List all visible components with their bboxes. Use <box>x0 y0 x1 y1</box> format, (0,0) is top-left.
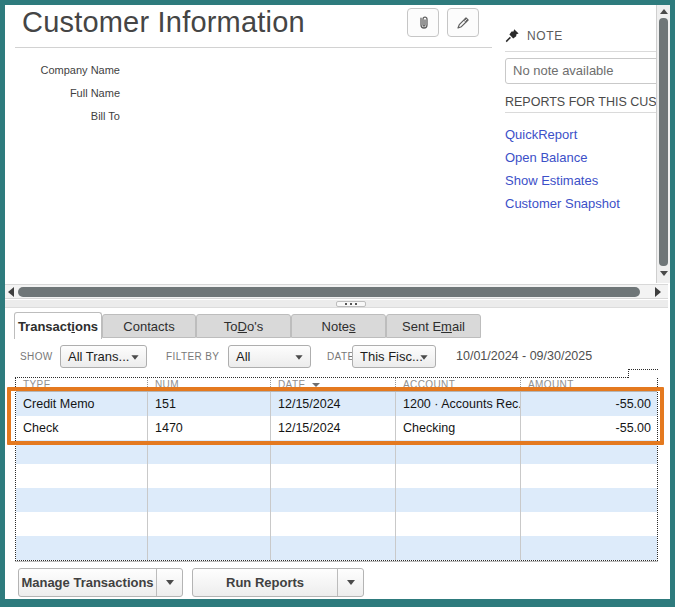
window-border-bottom <box>0 599 675 607</box>
filter-by-dropdown[interactable]: All <box>228 345 311 368</box>
vertical-scrollbar[interactable] <box>656 5 670 283</box>
vertical-scrollbar-thumb[interactable] <box>659 18 668 266</box>
horizontal-scrollbar-thumb[interactable] <box>18 287 640 297</box>
date-dropdown[interactable]: This Fisc... <box>352 345 436 368</box>
date-range-text: 10/01/2024 - 09/30/2025 <box>456 349 592 363</box>
show-label: SHOW <box>20 351 53 362</box>
chevron-down-icon <box>131 355 138 360</box>
tab-contacts[interactable]: Contacts <box>102 314 196 338</box>
cell-account: 1200 · Accounts Rec... <box>395 392 520 416</box>
reports-heading: REPORTS FOR THIS CUSTO <box>505 95 657 109</box>
table-row[interactable]: Check 1470 12/15/2024 Checking -55.00 <box>16 416 657 440</box>
sort-desc-icon <box>312 383 320 387</box>
cell-date: 12/15/2024 <box>270 416 395 440</box>
table-row-empty <box>16 512 657 536</box>
filter-by-label: FILTER BY <box>166 351 219 362</box>
reports-divider <box>505 112 657 113</box>
date-label: DATE <box>327 351 355 362</box>
show-dropdown[interactable]: All Trans... <box>60 345 147 368</box>
column-header-account[interactable]: ACCOUNT <box>395 378 520 391</box>
table-row-empty <box>16 440 657 464</box>
title-divider <box>15 47 492 48</box>
cell-amount: -55.00 <box>520 416 657 440</box>
quickreport-link[interactable]: QuickReport <box>505 127 577 142</box>
splitter-grip[interactable] <box>336 301 366 307</box>
note-section-heading: NOTE <box>505 28 563 43</box>
note-field[interactable]: No note available <box>505 58 659 84</box>
transactions-table: TYPE NUM DATE ACCOUNT AMOUNT Credit Memo… <box>15 377 658 561</box>
show-estimates-link[interactable]: Show Estimates <box>505 173 598 188</box>
horizontal-scrollbar[interactable] <box>5 284 668 299</box>
cell-num: 151 <box>147 392 270 416</box>
window-border-right <box>670 0 675 607</box>
scroll-up-icon[interactable] <box>660 9 668 14</box>
panel-splitter <box>5 300 668 308</box>
scroll-down-icon[interactable] <box>660 271 668 276</box>
scroll-left-icon[interactable] <box>8 287 14 297</box>
page-title: Customer Information <box>22 6 305 39</box>
pushpin-icon <box>505 28 520 43</box>
cell-account: Checking <box>395 416 520 440</box>
cell-date: 12/15/2024 <box>270 392 395 416</box>
company-name-label: Company Name <box>10 64 120 76</box>
table-bottom-line <box>15 561 658 562</box>
tab-transactions[interactable]: Transactions <box>14 312 102 339</box>
window-border-left <box>0 0 5 607</box>
customer-snapshot-link[interactable]: Customer Snapshot <box>505 196 620 211</box>
table-corner <box>628 369 658 378</box>
table-row-empty <box>16 464 657 488</box>
run-reports-button[interactable]: Run Reports <box>192 568 364 597</box>
manage-transactions-menu-arrow[interactable] <box>156 569 182 596</box>
window-border-top <box>0 0 675 5</box>
cell-num: 1470 <box>147 416 270 440</box>
cell-amount: -55.00 <box>520 392 657 416</box>
run-reports-menu-arrow[interactable] <box>337 569 363 596</box>
scroll-right-icon[interactable] <box>655 287 661 297</box>
pencil-icon <box>455 15 471 31</box>
attach-file-button[interactable] <box>407 8 439 37</box>
paperclip-icon <box>415 15 431 31</box>
column-header-amount[interactable]: AMOUNT <box>520 378 657 391</box>
tab-sent-email[interactable]: Sent Email <box>386 314 481 338</box>
column-header-type[interactable]: TYPE <box>16 378 147 391</box>
chevron-down-icon <box>347 580 355 585</box>
full-name-label: Full Name <box>10 87 120 99</box>
table-row-empty <box>16 488 657 512</box>
tab-to-dos[interactable]: To Do's <box>196 314 291 338</box>
column-header-num[interactable]: NUM <box>147 378 270 391</box>
cell-type: Credit Memo <box>16 392 147 416</box>
table-row-empty <box>16 536 657 560</box>
tab-notes[interactable]: Notes <box>291 314 386 338</box>
edit-customer-button[interactable] <box>447 8 479 37</box>
chevron-down-icon <box>420 355 427 360</box>
table-header-row: TYPE NUM DATE ACCOUNT AMOUNT <box>16 378 657 392</box>
chevron-down-icon <box>295 355 302 360</box>
cell-type: Check <box>16 416 147 440</box>
bill-to-label: Bill To <box>10 110 120 122</box>
column-header-date[interactable]: DATE <box>270 378 395 391</box>
customer-information-window: Customer Information Company Name Full N… <box>0 0 675 607</box>
note-divider <box>505 51 657 52</box>
open-balance-link[interactable]: Open Balance <box>505 150 587 165</box>
manage-transactions-button[interactable]: Manage Transactions <box>18 568 183 597</box>
table-row[interactable]: Credit Memo 151 12/15/2024 1200 · Accoun… <box>16 392 657 416</box>
chevron-down-icon <box>166 580 174 585</box>
